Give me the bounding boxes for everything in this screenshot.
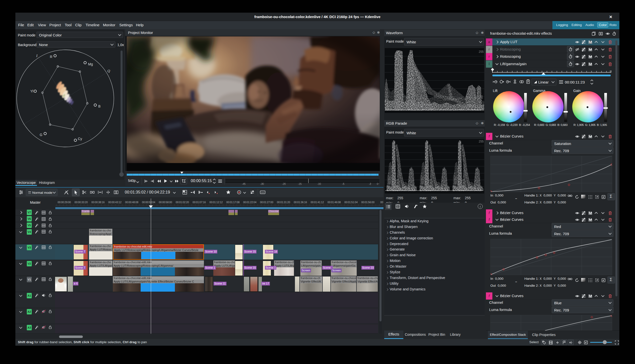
svg-text:Cy: Cy: [78, 137, 82, 141]
svg-text:0: 0: [482, 107, 484, 111]
svg-text:I: I: [36, 54, 38, 58]
svg-text:00:01:27:00: 00:01:27:00: [260, 201, 273, 204]
svg-text:00:00:48:08: 00:00:48:08: [125, 201, 138, 204]
svg-text:00:00:58:00: 00:00:58:00: [159, 201, 172, 204]
svg-text:00:01:31:20: 00:01:31:20: [277, 201, 290, 204]
svg-text:B: B: [98, 104, 101, 108]
svg-text:G: G: [40, 133, 43, 137]
svg-text:R: R: [50, 55, 52, 59]
svg-text:00:01:07:16: 00:01:07:16: [192, 201, 206, 204]
svg-text:00:00:29:00: 00:00:29:00: [58, 201, 71, 204]
svg-text:00:01:36:16: 00:01:36:16: [294, 201, 307, 204]
svg-text:00:01:02:20: 00:01:02:20: [176, 201, 189, 204]
svg-text:Yl: Yl: [30, 89, 33, 93]
svg-text:00:01:46:08: 00:01:46:08: [328, 201, 341, 204]
svg-text:00: 00: [380, 201, 383, 204]
svg-text:00:01:56:00: 00:01:56:00: [361, 201, 375, 204]
svg-text:00:01:12:12: 00:01:12:12: [209, 201, 223, 204]
svg-text:00:01:41:12: 00:01:41:12: [310, 201, 324, 204]
svg-text:Mg: Mg: [88, 62, 93, 66]
svg-text:255: 255: [479, 50, 484, 54]
svg-text:Q: Q: [107, 69, 110, 73]
svg-text:00:00:53:04: 00:00:53:04: [142, 201, 155, 204]
svg-text:255: 255: [479, 140, 484, 143]
svg-text:0: 0: [482, 188, 484, 191]
svg-text:00:00:33:20: 00:00:33:20: [74, 201, 88, 204]
svg-text:00:01:17:08: 00:01:17:08: [226, 201, 240, 204]
svg-text:00:01:22:04: 00:01:22:04: [243, 201, 256, 204]
svg-text:00:00:43:12: 00:00:43:12: [108, 201, 122, 204]
svg-text:00:01:51:04: 00:01:51:04: [344, 201, 358, 204]
svg-text:00:00:38:16: 00:00:38:16: [91, 201, 105, 204]
